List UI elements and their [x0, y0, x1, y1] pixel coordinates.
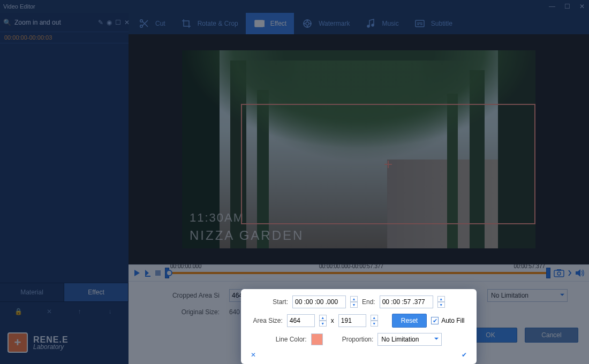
keep-ratio-select[interactable]: No Limitation	[487, 289, 568, 302]
edit-icon[interactable]: ✎	[98, 19, 103, 26]
svg-rect-2	[255, 20, 263, 27]
tool-rotate-label: Rotate & Crop	[198, 20, 238, 27]
tab-material[interactable]: Material	[0, 283, 64, 301]
time-end: 00:00:57.377	[514, 263, 545, 269]
crop-rectangle[interactable]	[241, 104, 535, 224]
tool-subtitle-label: Subtitle	[431, 20, 452, 27]
tool-cut-label: Cut	[155, 20, 165, 27]
cropped-size-label: Cropped Area Si	[150, 292, 220, 299]
proportion-label: Proportion:	[342, 336, 374, 343]
brand: RENE.E Laboratory	[0, 321, 129, 364]
move-up-icon[interactable]: ↑	[73, 308, 86, 315]
eye-icon[interactable]: ◉	[107, 19, 112, 26]
window-title: Video Editor	[3, 3, 35, 10]
area-height-input[interactable]	[338, 314, 366, 327]
tab-effect[interactable]: Effect	[64, 283, 129, 301]
subtitle-icon	[414, 18, 426, 29]
playback-bar: 00:00:00.000 00:00:00.000-00:00:57.377 0…	[129, 264, 589, 282]
step-forward-icon[interactable]	[144, 269, 152, 277]
clear-icon[interactable]: ✕	[124, 19, 130, 26]
close-icon[interactable]: ✕	[578, 3, 586, 10]
svg-rect-15	[554, 270, 564, 277]
timeline-track[interactable]: 00:00:00.000 00:00:00.000-00:00:57.377 0…	[165, 264, 550, 282]
popup-confirm-icon[interactable]: ✔	[462, 351, 467, 359]
svg-point-10	[310, 23, 311, 24]
scissors-icon	[138, 18, 150, 29]
svg-point-8	[307, 26, 308, 27]
tool-watermark-label: Watermark	[319, 20, 350, 27]
tool-rotate-crop[interactable]: Rotate & Crop	[173, 13, 246, 34]
range-handle-end[interactable]	[546, 268, 550, 278]
area-height-stepper[interactable]: ▲▼	[371, 315, 378, 327]
area-width-input[interactable]	[287, 314, 315, 327]
title-bar: Video Editor — ☐ ✕	[0, 0, 589, 13]
time-range: 00:00:00.000-00:00:57.377	[319, 263, 383, 269]
x-separator: x	[331, 317, 334, 324]
move-down-icon[interactable]: ↓	[104, 308, 117, 315]
svg-point-3	[256, 23, 258, 25]
end-time-input[interactable]	[380, 295, 433, 308]
start-time-input[interactable]	[292, 295, 346, 308]
delete-icon[interactable]: ✕	[43, 308, 56, 315]
svg-rect-17	[557, 269, 561, 271]
search-bar: 🔍 ✎ ◉ ☐ ✕	[0, 13, 129, 32]
autofill-checkbox[interactable]: ✔ Auto Fill	[431, 317, 464, 324]
tool-effect[interactable]: Effect	[246, 13, 294, 34]
playhead[interactable]	[166, 270, 172, 276]
search-icon: 🔍	[3, 19, 11, 26]
tool-effect-label: Effect	[270, 20, 286, 27]
watermark-place: NIZZA GARDEN	[190, 228, 304, 243]
original-size-label: Original Size:	[150, 308, 220, 316]
tool-cut[interactable]: Cut	[131, 13, 173, 34]
copy-icon[interactable]: ☐	[115, 19, 121, 26]
checkbox-icon: ✔	[431, 317, 439, 324]
minimize-icon[interactable]: —	[548, 3, 556, 10]
effect-icon	[253, 18, 265, 29]
start-time-stepper[interactable]: ▲▼	[350, 296, 358, 308]
crop-settings-popup: Start: ▲▼ End: ▲▼ Area Size: ▲▼ x ▲▼ Res…	[241, 289, 477, 364]
end-time-stepper[interactable]: ▲▼	[437, 296, 445, 308]
lock-icon[interactable]: 🔒	[12, 308, 25, 315]
sidebar-ops: 🔒 ✕ ↑ ↓	[0, 302, 129, 321]
stop-icon[interactable]	[154, 269, 162, 277]
tool-music-label: Music	[382, 20, 398, 27]
expand-icon[interactable]	[568, 269, 572, 277]
svg-point-4	[260, 23, 261, 25]
area-width-stepper[interactable]: ▲▼	[319, 315, 327, 327]
search-input[interactable]	[14, 19, 95, 26]
sidebar: 🔍 ✎ ◉ ☐ ✕ 00:00:00-00:00:03 Material Eff…	[0, 13, 129, 364]
maximize-icon[interactable]: ☐	[563, 3, 571, 10]
line-color-label: Line Color:	[276, 336, 307, 343]
reset-button[interactable]: Reset	[392, 314, 427, 328]
tool-music[interactable]: Music	[357, 13, 406, 34]
cancel-button[interactable]: Cancel	[525, 328, 578, 343]
clip-range[interactable]: 00:00:00-00:00:03	[0, 32, 129, 43]
time-position: 00:00:00.000	[170, 263, 201, 269]
line-color-swatch[interactable]	[311, 333, 323, 345]
svg-point-7	[307, 20, 308, 21]
brand-logo-icon	[7, 332, 28, 353]
tool-subtitle[interactable]: Subtitle	[406, 13, 460, 34]
area-size-label: Area Size:	[253, 317, 282, 324]
svg-point-12	[372, 24, 374, 26]
brand-line2: Laboratory	[33, 343, 69, 351]
tool-watermark[interactable]: Watermark	[294, 13, 357, 34]
popup-cancel-icon[interactable]: ✕	[251, 351, 256, 359]
start-label: Start:	[273, 298, 288, 306]
video-preview: 11:30AM NIZZA GARDEN	[129, 34, 589, 264]
svg-point-9	[304, 23, 305, 24]
watermark-icon	[301, 18, 313, 29]
proportion-select[interactable]: No Limitation	[377, 333, 442, 346]
svg-point-6	[306, 22, 309, 25]
volume-icon[interactable]	[575, 269, 585, 277]
svg-point-11	[367, 25, 369, 27]
svg-rect-14	[155, 270, 161, 276]
snapshot-icon[interactable]	[554, 269, 564, 277]
play-icon[interactable]	[133, 269, 141, 277]
autofill-label: Auto Fill	[441, 317, 464, 324]
end-label: End:	[362, 298, 375, 306]
video-canvas[interactable]: 11:30AM NIZZA GARDEN	[182, 50, 535, 248]
main-toolbar: Cut Rotate & Crop Effect Watermark Music…	[129, 13, 589, 34]
svg-point-16	[557, 272, 561, 275]
svg-rect-13	[416, 20, 424, 27]
